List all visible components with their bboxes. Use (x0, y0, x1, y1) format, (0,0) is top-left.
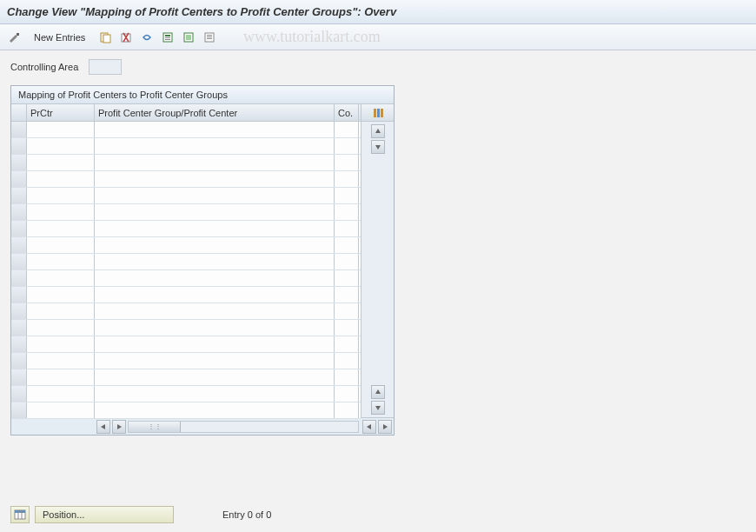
cell-prctr[interactable] (27, 320, 95, 336)
table-row[interactable] (11, 369, 361, 386)
cell-pcg[interactable] (95, 353, 335, 369)
cell-pcg[interactable] (95, 155, 335, 170)
row-selector[interactable] (11, 320, 27, 336)
footer-table-icon[interactable] (10, 506, 30, 523)
cell-prctr[interactable] (27, 171, 95, 187)
table-row[interactable] (11, 221, 361, 237)
position-button[interactable]: Position... (35, 506, 174, 523)
scroll-down-bottom-button[interactable] (371, 401, 385, 415)
cell-prctr[interactable] (27, 138, 95, 154)
row-selector[interactable] (11, 204, 27, 220)
table-row[interactable] (11, 237, 361, 254)
cell-prctr[interactable] (27, 122, 95, 137)
cell-co[interactable] (335, 254, 359, 269)
cell-co[interactable] (335, 188, 359, 203)
cell-prctr[interactable] (27, 386, 95, 402)
table-row[interactable] (11, 254, 361, 270)
row-selector[interactable] (11, 353, 27, 369)
cell-prctr[interactable] (27, 155, 95, 170)
row-selector[interactable] (11, 171, 27, 187)
cell-prctr[interactable] (27, 287, 95, 303)
toggle-display-icon[interactable] (5, 29, 23, 46)
scroll-down-button[interactable] (371, 140, 385, 154)
row-selector[interactable] (11, 221, 27, 236)
row-selector[interactable] (11, 122, 27, 137)
table-row[interactable] (11, 155, 361, 171)
col-header-prctr[interactable]: PrCtr (27, 104, 95, 121)
row-selector[interactable] (11, 254, 27, 269)
cell-co[interactable] (335, 221, 359, 236)
row-selector[interactable] (11, 188, 27, 203)
cell-co[interactable] (335, 122, 359, 137)
row-selector[interactable] (11, 402, 27, 418)
scroll-left-button[interactable] (96, 420, 110, 434)
table-row[interactable] (11, 138, 361, 155)
cell-pcg[interactable] (95, 386, 335, 402)
cell-co[interactable] (335, 353, 359, 369)
cell-pcg[interactable] (95, 402, 335, 418)
select-block-icon[interactable] (180, 29, 197, 46)
cell-co[interactable] (335, 138, 359, 154)
deselect-all-icon[interactable] (201, 29, 218, 46)
col-header-pcg[interactable]: Profit Center Group/Profit Center (95, 104, 335, 121)
table-row[interactable] (11, 171, 361, 188)
cell-pcg[interactable] (95, 369, 335, 385)
cell-pcg[interactable] (95, 320, 335, 336)
cell-co[interactable] (335, 320, 359, 336)
row-selector[interactable] (11, 336, 27, 352)
row-selector[interactable] (11, 303, 27, 319)
scroll-left-end-button[interactable] (362, 420, 376, 434)
cell-pcg[interactable] (95, 122, 335, 137)
cell-co[interactable] (335, 171, 359, 187)
scroll-right-end-button[interactable] (378, 420, 392, 434)
cell-co[interactable] (335, 155, 359, 170)
copy-icon[interactable] (96, 29, 114, 46)
scroll-right-button[interactable] (112, 420, 126, 434)
cell-pcg[interactable] (95, 270, 335, 286)
cell-prctr[interactable] (27, 336, 95, 352)
delete-icon[interactable] (117, 29, 135, 46)
scroll-up-button[interactable] (371, 124, 385, 138)
row-selector[interactable] (11, 369, 27, 385)
cell-pcg[interactable] (95, 188, 335, 203)
cell-pcg[interactable] (95, 171, 335, 187)
cell-prctr[interactable] (27, 353, 95, 369)
hscroll-thumb[interactable]: ⋮⋮ (129, 422, 181, 432)
col-header-selector[interactable] (11, 104, 27, 121)
cell-prctr[interactable] (27, 237, 95, 253)
cell-co[interactable] (335, 287, 359, 303)
cell-prctr[interactable] (27, 402, 95, 418)
new-entries-button[interactable]: New Entries (26, 28, 93, 47)
row-selector[interactable] (11, 138, 27, 154)
row-selector[interactable] (11, 237, 27, 253)
cell-co[interactable] (335, 336, 359, 352)
cell-pcg[interactable] (95, 303, 335, 319)
table-row[interactable] (11, 122, 361, 138)
cell-pcg[interactable] (95, 221, 335, 236)
table-row[interactable] (11, 270, 361, 287)
controlling-area-input[interactable] (89, 59, 122, 75)
cell-pcg[interactable] (95, 138, 335, 154)
table-row[interactable] (11, 320, 361, 336)
cell-co[interactable] (335, 369, 359, 385)
cell-co[interactable] (335, 303, 359, 319)
cell-pcg[interactable] (95, 204, 335, 220)
select-all-icon[interactable] (159, 29, 176, 46)
cell-co[interactable] (335, 402, 359, 418)
cell-prctr[interactable] (27, 254, 95, 269)
cell-prctr[interactable] (27, 303, 95, 319)
table-row[interactable] (11, 353, 361, 369)
cell-prctr[interactable] (27, 188, 95, 203)
row-selector[interactable] (11, 270, 27, 286)
cell-pcg[interactable] (95, 336, 335, 352)
table-row[interactable] (11, 336, 361, 353)
table-row[interactable] (11, 287, 361, 303)
col-header-co[interactable]: Co. (335, 104, 359, 121)
scroll-up-bottom-button[interactable] (371, 385, 385, 399)
table-row[interactable] (11, 402, 361, 419)
cell-pcg[interactable] (95, 287, 335, 303)
row-selector[interactable] (11, 287, 27, 303)
cell-pcg[interactable] (95, 254, 335, 269)
cell-prctr[interactable] (27, 204, 95, 220)
row-selector[interactable] (11, 155, 27, 170)
